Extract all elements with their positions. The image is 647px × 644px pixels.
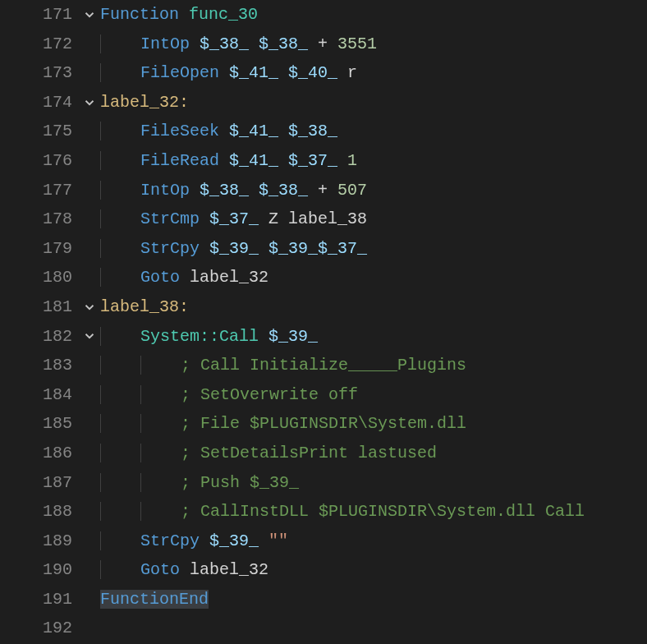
token: Goto xyxy=(140,268,190,287)
line-number: 180 xyxy=(0,263,79,292)
fold-marker xyxy=(79,351,100,380)
fold-marker[interactable] xyxy=(79,292,100,322)
line-number: 192 xyxy=(0,614,79,643)
token: label_38 xyxy=(288,209,367,228)
line-number: 175 xyxy=(0,117,79,146)
token: 1 xyxy=(347,151,357,170)
token: FunctionEnd xyxy=(100,590,209,609)
fold-marker xyxy=(79,234,100,264)
line-number: 188 xyxy=(0,497,79,527)
token: func_30 xyxy=(189,5,258,24)
code-line[interactable]: FileRead $_41_ $_37_ 1 xyxy=(100,146,647,176)
fold-marker[interactable] xyxy=(79,0,100,30)
code-line[interactable]: ; Push $_39_ xyxy=(100,468,647,498)
code-line[interactable]: System::Call $_39_ xyxy=(100,322,647,352)
fold-marker[interactable] xyxy=(79,322,100,352)
token: $_38_ xyxy=(288,122,337,140)
code-line[interactable]: label_32: xyxy=(100,88,647,117)
chevron-down-icon[interactable] xyxy=(82,95,97,110)
code-line[interactable]: Goto label_32 xyxy=(100,555,647,585)
fold-marker xyxy=(79,614,100,643)
token: ; Push $_39_ xyxy=(181,473,299,492)
token: $_41_ xyxy=(229,63,288,82)
code-editor[interactable]: 1711721731741751761771781791801811821831… xyxy=(0,0,647,644)
token: "" xyxy=(268,531,288,550)
code-line[interactable]: Function func_30 xyxy=(100,0,647,30)
code-line[interactable]: IntOp $_38_ $_38_ + 3551 xyxy=(100,30,647,59)
fold-marker xyxy=(79,30,100,59)
token: IntOp xyxy=(140,34,200,53)
token: System::Call xyxy=(140,327,268,346)
token: ; SetDetailsPrint lastused xyxy=(181,444,437,462)
fold-marker xyxy=(79,439,100,468)
line-number: 174 xyxy=(0,88,79,117)
token: FileOpen xyxy=(140,63,229,82)
token: StrCpy xyxy=(140,239,209,258)
code-line[interactable]: ; Call Initialize_____Plugins xyxy=(100,351,647,380)
token: ; SetOverwrite off xyxy=(181,385,358,404)
line-number: 186 xyxy=(0,439,79,468)
fold-marker xyxy=(79,117,100,146)
code-line[interactable]: StrCpy $_39_ "" xyxy=(100,527,647,556)
token: $_39_ xyxy=(268,327,318,346)
code-line[interactable]: ; CallInstDLL $PLUGINSDIR\System.dll Cal… xyxy=(100,497,647,527)
token: $_40_ xyxy=(288,63,347,82)
line-number: 181 xyxy=(0,292,79,322)
code-line[interactable]: FileSeek $_41_ $_38_ xyxy=(100,117,647,146)
line-number: 184 xyxy=(0,380,79,410)
line-number: 173 xyxy=(0,58,79,88)
token: $_37_ xyxy=(209,209,268,228)
line-number: 176 xyxy=(0,146,79,176)
token: Function xyxy=(100,5,189,24)
token: FileSeek xyxy=(140,122,229,140)
line-number-gutter: 1711721731741751761771781791801811821831… xyxy=(0,0,79,644)
fold-marker xyxy=(79,146,100,176)
fold-marker xyxy=(79,468,100,498)
code-line[interactable]: StrCmp $_37_ Z label_38 xyxy=(100,205,647,234)
line-number: 189 xyxy=(0,527,79,556)
token: $_38_ xyxy=(259,181,318,200)
line-number: 187 xyxy=(0,468,79,498)
token: 3551 xyxy=(337,34,377,53)
code-line[interactable]: ; File $PLUGINSDIR\System.dll xyxy=(100,409,647,439)
token: $_39_ xyxy=(209,239,268,258)
token: + xyxy=(318,34,337,53)
token: $_41_ xyxy=(229,122,288,140)
line-number: 178 xyxy=(0,205,79,234)
fold-marker xyxy=(79,585,100,614)
fold-marker xyxy=(79,58,100,88)
token: 507 xyxy=(337,181,367,200)
token: r xyxy=(347,63,357,82)
chevron-down-icon[interactable] xyxy=(82,300,97,315)
token: StrCmp xyxy=(140,209,209,228)
fold-marker xyxy=(79,263,100,292)
code-line[interactable]: Goto label_32 xyxy=(100,263,647,292)
token: Z xyxy=(268,209,288,228)
token: $_38_ xyxy=(200,34,259,53)
code-line[interactable]: label_38: xyxy=(100,292,647,322)
token: label_32 xyxy=(190,268,268,287)
code-line[interactable] xyxy=(100,614,647,643)
chevron-down-icon[interactable] xyxy=(82,329,97,343)
code-line[interactable]: IntOp $_38_ $_38_ + 507 xyxy=(100,176,647,205)
line-number: 179 xyxy=(0,234,79,264)
code-line[interactable]: ; SetDetailsPrint lastused xyxy=(100,439,647,468)
chevron-down-icon[interactable] xyxy=(82,7,97,22)
fold-marker xyxy=(79,527,100,556)
token: $_41_ xyxy=(229,151,288,170)
line-number: 190 xyxy=(0,555,79,585)
code-line[interactable]: StrCpy $_39_ $_39_$_37_ xyxy=(100,234,647,264)
token: StrCpy xyxy=(140,531,209,550)
fold-marker xyxy=(79,205,100,234)
code-area[interactable]: Function func_30 IntOp $_38_ $_38_ + 355… xyxy=(100,0,647,644)
token: Goto xyxy=(140,560,190,579)
token: $_37_ xyxy=(288,151,347,170)
fold-gutter[interactable] xyxy=(79,0,100,644)
fold-marker[interactable] xyxy=(79,88,100,117)
code-line[interactable]: FileOpen $_41_ $_40_ r xyxy=(100,58,647,88)
code-line[interactable]: ; SetOverwrite off xyxy=(100,380,647,410)
line-number: 183 xyxy=(0,351,79,380)
token: label_32: xyxy=(100,93,189,112)
line-number: 191 xyxy=(0,585,79,614)
code-line[interactable]: FunctionEnd xyxy=(100,585,647,614)
